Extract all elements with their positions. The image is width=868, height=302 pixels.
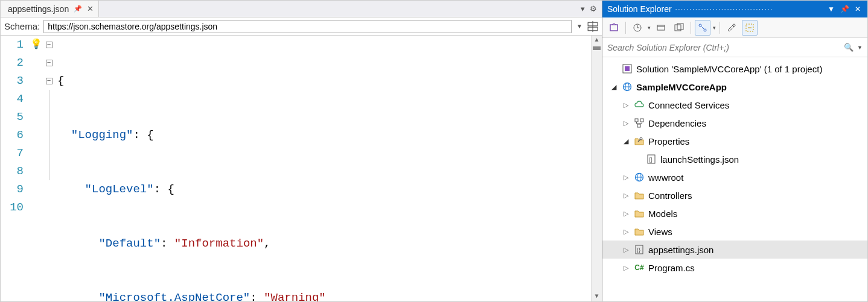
node-label: launchSettings.json bbox=[660, 154, 739, 165]
schema-label: Schema: bbox=[4, 21, 40, 31]
search-dropdown-icon[interactable]: ▼ bbox=[857, 45, 863, 51]
pin-icon[interactable]: 📌 bbox=[74, 5, 82, 13]
node-label: Controllers bbox=[648, 190, 692, 201]
node-label: wwwroot bbox=[648, 172, 683, 183]
project-node[interactable]: ◢ SampleMVCCoreApp bbox=[602, 78, 867, 96]
svg-text:{}: {} bbox=[637, 247, 640, 253]
solution-explorer-search[interactable]: 🔍 ▼ bbox=[602, 38, 867, 57]
home-icon[interactable] bbox=[606, 20, 622, 36]
svg-point-22 bbox=[640, 137, 642, 140]
project-label: SampleMVCCoreApp bbox=[636, 82, 727, 92]
svg-point-9 bbox=[699, 24, 701, 27]
tab-appsettings[interactable]: appsettings.json 📌 ✕ bbox=[1, 1, 99, 17]
solution-tree[interactable]: Solution 'SampleMVCCoreApp' (1 of 1 proj… bbox=[602, 57, 867, 301]
search-icon[interactable]: 🔍 bbox=[844, 43, 854, 52]
properties-icon[interactable] bbox=[724, 20, 739, 36]
svg-rect-19 bbox=[635, 119, 638, 122]
schema-bar: Schema: ▼ bbox=[1, 17, 602, 36]
folder-icon bbox=[634, 190, 645, 200]
svg-rect-3 bbox=[610, 25, 617, 31]
chevron-right-icon[interactable]: ▷ bbox=[622, 228, 630, 236]
lightbulb-gutter: 💡 bbox=[30, 36, 43, 301]
chevron-right-icon[interactable]: ▷ bbox=[622, 101, 630, 109]
code-content[interactable]: { "Logging": { "LogLevel": { "Default": … bbox=[55, 36, 591, 301]
cloud-icon bbox=[634, 100, 645, 110]
preview-icon[interactable] bbox=[742, 20, 758, 36]
code-area[interactable]: 1 2 3 4 5 6 7 8 9 10 💡 − − − { bbox=[1, 36, 602, 301]
schema-dropdown-icon[interactable]: ▼ bbox=[575, 23, 584, 30]
globe-icon bbox=[622, 82, 633, 92]
solution-label: Solution 'SampleMVCCoreApp' (1 of 1 proj… bbox=[636, 64, 822, 74]
tab-bar-right: ▾ ⚙ bbox=[581, 4, 602, 13]
tab-label: appsettings.json bbox=[8, 4, 69, 14]
globe-icon bbox=[634, 172, 645, 182]
folder-icon bbox=[634, 209, 645, 218]
chevron-down-icon[interactable]: ◢ bbox=[622, 137, 630, 145]
scroll-marker[interactable] bbox=[593, 46, 601, 50]
solution-icon bbox=[622, 64, 633, 74]
fold-toggle[interactable]: − bbox=[46, 42, 53, 48]
node-label: Program.cs bbox=[648, 263, 695, 273]
launchsettings-node[interactable]: {} launchSettings.json bbox=[602, 150, 867, 168]
fold-toggle[interactable]: − bbox=[46, 78, 53, 84]
chevron-right-icon[interactable]: ▷ bbox=[622, 119, 630, 127]
chevron-right-icon[interactable]: ▷ bbox=[622, 264, 630, 272]
program-node[interactable]: ▷ C# Program.cs bbox=[602, 259, 867, 277]
views-node[interactable]: ▷ Views bbox=[602, 222, 867, 241]
svg-rect-21 bbox=[637, 124, 640, 127]
csharp-file-icon: C# bbox=[634, 263, 645, 272]
panel-dropdown-icon[interactable]: ▼ bbox=[826, 5, 836, 13]
properties-node[interactable]: ◢ Properties bbox=[602, 132, 867, 150]
schema-input[interactable] bbox=[43, 20, 572, 33]
chevron-right-icon[interactable]: ▷ bbox=[622, 246, 630, 254]
history-icon[interactable] bbox=[630, 20, 645, 36]
chevron-down-icon[interactable]: ◢ bbox=[610, 83, 618, 91]
json-file-icon: {} bbox=[646, 154, 657, 164]
chevron-right-icon[interactable]: ▷ bbox=[622, 210, 630, 218]
search-input[interactable] bbox=[607, 43, 840, 52]
close-icon[interactable]: ✕ bbox=[87, 4, 94, 13]
chevron-right-icon[interactable]: ▷ bbox=[622, 192, 630, 200]
dependencies-node[interactable]: ▷ Dependencies bbox=[602, 114, 867, 132]
connected-services-node[interactable]: ▷ Connected Services bbox=[602, 96, 867, 114]
wwwroot-node[interactable]: ▷ wwwroot bbox=[602, 168, 867, 186]
dependencies-icon bbox=[634, 118, 645, 128]
fold-toggle[interactable]: − bbox=[46, 60, 53, 66]
models-node[interactable]: ▷ Models bbox=[602, 204, 867, 222]
tab-dropdown-icon[interactable]: ▾ bbox=[581, 4, 585, 13]
node-label: Models bbox=[648, 209, 677, 219]
svg-rect-15 bbox=[625, 66, 630, 71]
node-label: Dependencies bbox=[648, 118, 706, 128]
json-file-icon: {} bbox=[634, 245, 645, 254]
solution-explorer-panel: Solution Explorer ∙∙∙∙∙∙∙∙∙∙∙∙∙∙∙∙∙∙∙∙∙∙… bbox=[602, 1, 867, 301]
appsettings-node[interactable]: ▷ {} appsettings.json bbox=[602, 241, 867, 259]
svg-rect-20 bbox=[640, 119, 643, 122]
pin-icon[interactable]: 📌 bbox=[840, 5, 849, 13]
editor-pane: appsettings.json 📌 ✕ ▾ ⚙ Schema: ▼ 1 2 3… bbox=[1, 1, 602, 301]
wrench-folder-icon bbox=[634, 136, 645, 146]
solution-explorer-titlebar[interactable]: Solution Explorer ∙∙∙∙∙∙∙∙∙∙∙∙∙∙∙∙∙∙∙∙∙∙… bbox=[602, 1, 867, 17]
collapse-icon[interactable] bbox=[653, 20, 669, 36]
lightbulb-icon[interactable]: 💡 bbox=[30, 36, 43, 54]
tab-bar: appsettings.json 📌 ✕ ▾ ⚙ bbox=[1, 1, 602, 17]
fold-gutter: − − − bbox=[43, 36, 55, 301]
node-label: appsettings.json bbox=[648, 245, 713, 255]
solution-explorer-toolbar: ▾ ▾ bbox=[602, 17, 867, 38]
line-number-gutter: 1 2 3 4 5 6 7 8 9 10 bbox=[1, 36, 30, 301]
folder-icon bbox=[634, 227, 645, 236]
split-editor-icon[interactable] bbox=[587, 21, 598, 32]
node-label: Connected Services bbox=[648, 100, 729, 110]
gear-icon[interactable]: ⚙ bbox=[590, 4, 597, 13]
close-icon[interactable]: ✕ bbox=[853, 5, 863, 13]
svg-text:{}: {} bbox=[649, 157, 653, 163]
controllers-node[interactable]: ▷ Controllers bbox=[602, 186, 867, 204]
drag-handle-icon[interactable]: ∙∙∙∙∙∙∙∙∙∙∙∙∙∙∙∙∙∙∙∙∙∙∙∙∙∙∙∙∙∙∙∙∙∙ bbox=[675, 6, 823, 13]
scroll-up-icon[interactable]: ▲ bbox=[592, 36, 602, 45]
node-label: Views bbox=[648, 227, 672, 237]
scroll-down-icon[interactable]: ▼ bbox=[592, 292, 602, 301]
solution-node[interactable]: Solution 'SampleMVCCoreApp' (1 of 1 proj… bbox=[602, 60, 867, 78]
show-all-icon[interactable] bbox=[671, 20, 687, 36]
editor-scrollbar[interactable]: ▲ ▼ bbox=[591, 36, 602, 301]
chevron-right-icon[interactable]: ▷ bbox=[622, 174, 630, 181]
sync-icon[interactable] bbox=[695, 20, 710, 36]
